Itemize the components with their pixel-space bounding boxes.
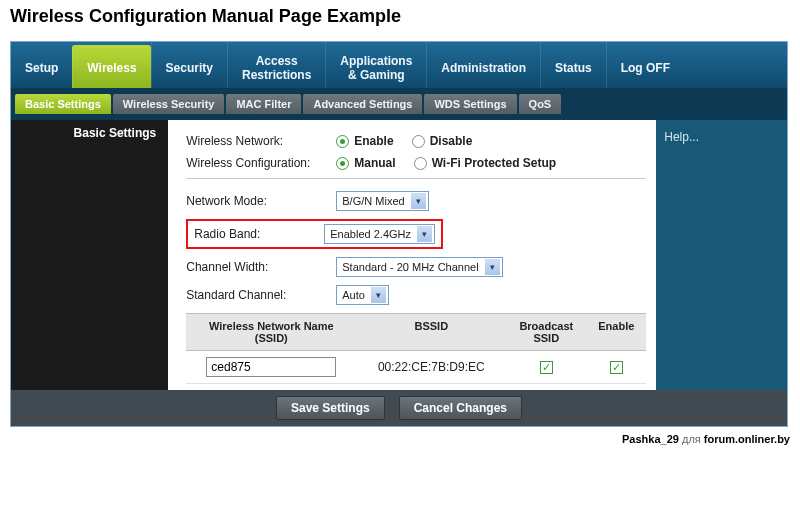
th-ssid: Wireless Network Name (SSID): [186, 314, 356, 350]
watermark-site: forum.onliner.by: [704, 433, 790, 445]
tab-wireless-security[interactable]: Wireless Security: [113, 94, 225, 114]
radio-icon: [414, 157, 427, 170]
th-broadcast: Broadcast SSID: [506, 314, 586, 350]
cancel-button[interactable]: Cancel Changes: [399, 396, 522, 420]
nav-applications-gaming[interactable]: Applications & Gaming: [325, 42, 426, 88]
radio-band-highlight: Radio Band: Enabled 2.4GHz ▾: [186, 219, 443, 249]
select-value: Enabled 2.4GHz: [330, 228, 411, 240]
divider: [186, 178, 646, 179]
radio-label: Disable: [430, 134, 473, 148]
radio-icon: [336, 157, 349, 170]
table-row: 00:22:CE:7B:D9:EC ✓ ✓: [186, 351, 646, 384]
select-network-mode[interactable]: B/G/N Mixed ▾: [336, 191, 428, 211]
select-standard-channel[interactable]: Auto ▾: [336, 285, 389, 305]
radio-network-enable[interactable]: Enable: [336, 134, 393, 148]
radio-network-disable[interactable]: Disable: [412, 134, 473, 148]
nav-wireless[interactable]: Wireless: [72, 45, 150, 88]
watermark-mid: для: [679, 433, 704, 445]
radio-config-manual[interactable]: Manual: [336, 156, 395, 170]
radio-label: Enable: [354, 134, 393, 148]
th-enable: Enable: [586, 314, 646, 350]
help-panel: Help...: [656, 120, 787, 390]
ssid-input[interactable]: [206, 357, 336, 377]
radio-icon: [336, 135, 349, 148]
label-standard-channel: Standard Channel:: [186, 288, 336, 302]
nav-logoff[interactable]: Log OFF: [606, 42, 684, 88]
label-channel-width: Channel Width:: [186, 260, 336, 274]
radio-config-wps[interactable]: Wi-Fi Protected Setup: [414, 156, 557, 170]
tab-basic-settings[interactable]: Basic Settings: [15, 94, 111, 114]
nav-status[interactable]: Status: [540, 42, 606, 88]
left-sidebar: Basic Settings: [11, 120, 168, 390]
router-admin-frame: Setup Wireless Security Access Restricti…: [10, 41, 788, 427]
help-link[interactable]: Help...: [664, 130, 699, 144]
button-bar: Save Settings Cancel Changes: [11, 390, 787, 426]
section-title: Basic Settings: [11, 120, 168, 146]
watermark-user: Pashka_29: [622, 433, 679, 445]
th-bssid: BSSID: [356, 314, 506, 350]
nav-access-restrictions[interactable]: Access Restrictions: [227, 42, 325, 88]
chevron-down-icon: ▾: [411, 193, 426, 209]
nav-setup[interactable]: Setup: [11, 42, 72, 88]
page-title: Wireless Configuration Manual Page Examp…: [0, 0, 800, 41]
checkbox-enable[interactable]: ✓: [610, 361, 623, 374]
nav-security[interactable]: Security: [151, 42, 227, 88]
label-network-mode: Network Mode:: [186, 194, 336, 208]
chevron-down-icon: ▾: [371, 287, 386, 303]
watermark: Pashka_29 для forum.onliner.by: [0, 431, 800, 445]
top-nav: Setup Wireless Security Access Restricti…: [11, 42, 787, 88]
chevron-down-icon: ▾: [485, 259, 500, 275]
chevron-down-icon: ▾: [417, 226, 432, 242]
select-radio-band[interactable]: Enabled 2.4GHz ▾: [324, 224, 435, 244]
settings-panel: Wireless Network: Enable Disable Wireles…: [168, 120, 656, 390]
radio-label: Manual: [354, 156, 395, 170]
label-wireless-config: Wireless Configuration:: [186, 156, 336, 170]
save-button[interactable]: Save Settings: [276, 396, 385, 420]
radio-icon: [412, 135, 425, 148]
tab-wds-settings[interactable]: WDS Settings: [424, 94, 516, 114]
select-value: Auto: [342, 289, 365, 301]
sub-nav: Basic Settings Wireless Security MAC Fil…: [11, 88, 787, 120]
nav-administration[interactable]: Administration: [426, 42, 540, 88]
select-value: B/G/N Mixed: [342, 195, 404, 207]
tab-advanced-settings[interactable]: Advanced Settings: [303, 94, 422, 114]
checkbox-broadcast[interactable]: ✓: [540, 361, 553, 374]
tab-qos[interactable]: QoS: [519, 94, 562, 114]
label-radio-band: Radio Band:: [194, 227, 324, 241]
select-channel-width[interactable]: Standard - 20 MHz Channel ▾: [336, 257, 502, 277]
select-value: Standard - 20 MHz Channel: [342, 261, 478, 273]
ssid-table: Wireless Network Name (SSID) BSSID Broad…: [186, 313, 646, 384]
tab-mac-filter[interactable]: MAC Filter: [226, 94, 301, 114]
bssid-value: 00:22:CE:7B:D9:EC: [356, 354, 506, 380]
label-wireless-network: Wireless Network:: [186, 134, 336, 148]
radio-label: Wi-Fi Protected Setup: [432, 156, 557, 170]
